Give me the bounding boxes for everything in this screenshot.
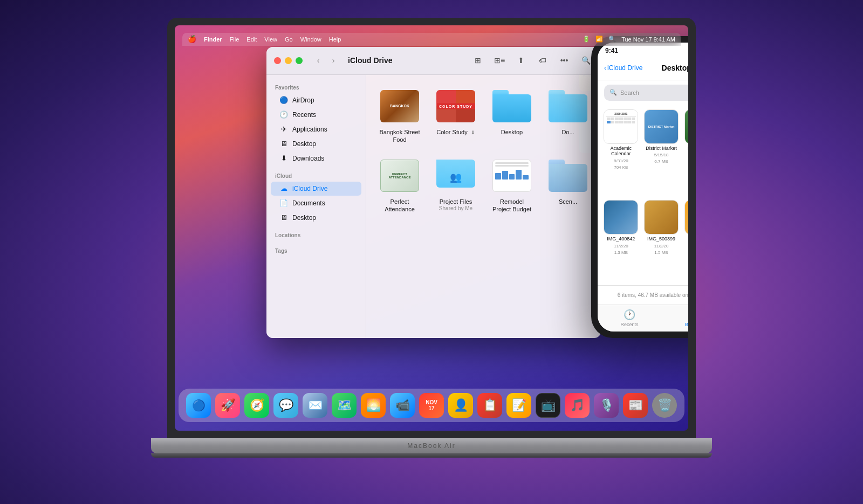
img400842-iphone-thumb	[604, 200, 638, 234]
img500399-thumb-inner	[645, 201, 678, 234]
project-files-sublabel: Shared by Me	[439, 205, 472, 211]
menubar-battery-icon: 🔋	[583, 36, 590, 43]
notes-icon: 📝	[512, 398, 526, 412]
sidebar-item-desktop[interactable]: 🖥 Desktop	[271, 137, 361, 151]
maximize-button[interactable]	[296, 57, 303, 64]
finder-item-perfect-attendance[interactable]: PERFECT ATTENDANCE Perfect Attendance	[375, 153, 424, 217]
dock-messages[interactable]: 💬	[273, 393, 298, 418]
dock-music[interactable]: 🎵	[565, 393, 590, 418]
menubar-edit[interactable]: Edit	[246, 36, 257, 43]
dock-launchpad[interactable]: 🚀	[215, 393, 240, 418]
dock-trash[interactable]: 🗑️	[652, 393, 677, 418]
iphone-search-input[interactable]: 🔍 Search 🎙	[604, 85, 688, 101]
iphone-storage-status: 6 items, 46.7 MB available on iCloud	[618, 292, 688, 298]
view-grid-button[interactable]: ⊞	[470, 54, 485, 66]
academic-grid	[607, 118, 635, 123]
iphone-file-img500399[interactable]: IMG_500399 11/2/20 1.5 MB	[643, 200, 680, 281]
sidebar-item-documents[interactable]: 📄 Documents	[271, 196, 361, 210]
desktop-folder-icon	[490, 87, 533, 126]
sidebar-item-recents[interactable]: 🕐 Recents	[271, 108, 361, 122]
dock-news[interactable]: 📰	[623, 393, 648, 418]
sidebar-recents-label: Recents	[292, 111, 316, 119]
dock-apple-tv[interactable]: 📺	[536, 393, 560, 418]
music-icon: 🎵	[570, 398, 585, 412]
iphone-back-button[interactable]: ‹ iCloud Drive	[604, 64, 642, 72]
menubar-file[interactable]: File	[230, 36, 239, 43]
iphone-search-placeholder: Search	[620, 89, 639, 96]
dock-contacts[interactable]: 👤	[448, 393, 473, 418]
bangkok-label: Bangkok Street Food	[378, 128, 421, 144]
img400842-file-name: IMG_400842	[607, 236, 635, 242]
menubar-wifi-icon: 📶	[595, 36, 603, 43]
sidebar-item-applications[interactable]: ✈ Applications	[271, 122, 361, 136]
finder-item-project-files[interactable]: 👥 Project Files Shared by Me	[431, 153, 481, 217]
sidebar-item-icloud-drive[interactable]: ☁ iCloud Drive	[271, 182, 361, 196]
menubar-search-icon[interactable]: 🔍	[608, 36, 616, 43]
dock-finder[interactable]: 🔵	[186, 393, 211, 418]
dock-safari[interactable]: 🧭	[244, 393, 269, 418]
finder-item-color-study[interactable]: COLOR STUDY Color Study ⬇	[431, 84, 481, 147]
iphone-file-img400239[interactable]: IMG_400239 11/2/20 2 MB	[683, 109, 688, 196]
finder-item-scen[interactable]: Scen...	[543, 153, 593, 217]
iphone-footer-status: 6 items, 46.7 MB available on iCloud	[598, 285, 688, 305]
icloud-drive-icon: ☁	[279, 184, 288, 193]
sidebar-item-airdrop[interactable]: 🔵 AirDrop	[271, 93, 361, 107]
iphone-search-bar: 🔍 Search 🎙	[598, 80, 688, 105]
dock-maps[interactable]: 🗺️	[332, 393, 357, 418]
more-options-button[interactable]: •••	[557, 54, 572, 66]
finder-item-remodel-budget[interactable]: Remodel Project Budget	[487, 153, 537, 217]
launchpad-icon: 🚀	[221, 398, 235, 412]
academic-calendar-file-name: Academic Calendar	[603, 146, 639, 157]
dock-photos[interactable]: 🌅	[361, 393, 386, 418]
recents-tab-icon: 🕐	[624, 309, 635, 321]
dock-notes[interactable]: 📝	[506, 393, 531, 418]
dock-reminders[interactable]: 📋	[477, 393, 502, 418]
macbook: 🍎 Finder File Edit View Go Window Help 🔋…	[167, 18, 696, 487]
menubar-time: Tue Nov 17 9:41 AM	[621, 36, 675, 43]
iphone-tab-recents[interactable]: 🕐 Recents	[598, 305, 661, 332]
academic-thumb-inner: 2020-2021	[604, 110, 638, 143]
minimize-button[interactable]	[285, 57, 292, 64]
dock-calendar[interactable]: NOV17	[419, 393, 444, 418]
mail-icon: ✉️	[308, 398, 323, 412]
remodel-thumbnail	[492, 160, 531, 192]
remodel-line-2	[495, 165, 529, 167]
menubar-help[interactable]: Help	[329, 36, 341, 43]
dock-facetime[interactable]: 📹	[390, 393, 415, 418]
view-options-button[interactable]: ⊞≡	[492, 54, 507, 66]
district-market-file-name: District Market	[646, 146, 677, 151]
tag-button[interactable]: 🏷	[535, 54, 550, 66]
finder-title: iCloud Drive	[348, 56, 392, 65]
back-button[interactable]: ‹	[312, 54, 324, 66]
remodel-bar-1	[495, 173, 501, 179]
menubar-finder[interactable]: Finder	[204, 36, 222, 43]
sidebar-item-downloads[interactable]: ⬇ Downloads	[271, 151, 361, 165]
finder-item-bangkok[interactable]: BANGKOK Bangkok Street Food	[375, 84, 424, 147]
folder-body	[492, 94, 531, 122]
iphone-file-img400842[interactable]: IMG_400842 11/2/20 1.3 MB	[603, 200, 639, 281]
close-button[interactable]	[274, 57, 281, 64]
scen-icon	[546, 156, 590, 195]
iphone-file-ramen[interactable]: Step-by-Step Ramen Ramen 8/14/20 347 KB	[683, 200, 688, 281]
menubar-go[interactable]: Go	[285, 36, 293, 43]
dock-mail[interactable]: ✉️	[303, 393, 327, 418]
sidebar-downloads-label: Downloads	[292, 155, 324, 162]
desktop-folder-shape	[492, 90, 531, 122]
iphone-file-academic-calendar[interactable]: 2020-2021	[603, 109, 639, 196]
share-button[interactable]: ⬆	[513, 54, 529, 66]
iphone-tab-browse[interactable]: 📁 Browse	[661, 305, 688, 332]
finder-grid: BANGKOK Bangkok Street Food	[375, 84, 592, 217]
facetime-icon: 📹	[395, 398, 410, 412]
iphone-file-district-market[interactable]: DISTRICT Market District Market 5/15/18 …	[643, 109, 680, 196]
macbook-base: MacBook Air	[151, 438, 712, 453]
menubar-window[interactable]: Window	[300, 36, 321, 43]
finder-item-desktop-folder[interactable]: Desktop	[487, 84, 537, 147]
dock-podcasts[interactable]: 🎙️	[594, 393, 619, 418]
sidebar-item-desktop-icloud[interactable]: 🖥 Desktop	[271, 211, 361, 225]
finder-item-do-folder[interactable]: Do...	[543, 84, 593, 147]
forward-button[interactable]: ›	[327, 54, 339, 66]
apple-menu-icon[interactable]: 🍎	[188, 35, 196, 43]
bangkok-icon: BANGKOK	[378, 87, 421, 126]
perfect-attendance-thumbnail: PERFECT ATTENDANCE	[380, 160, 419, 192]
menubar-view[interactable]: View	[264, 36, 277, 43]
